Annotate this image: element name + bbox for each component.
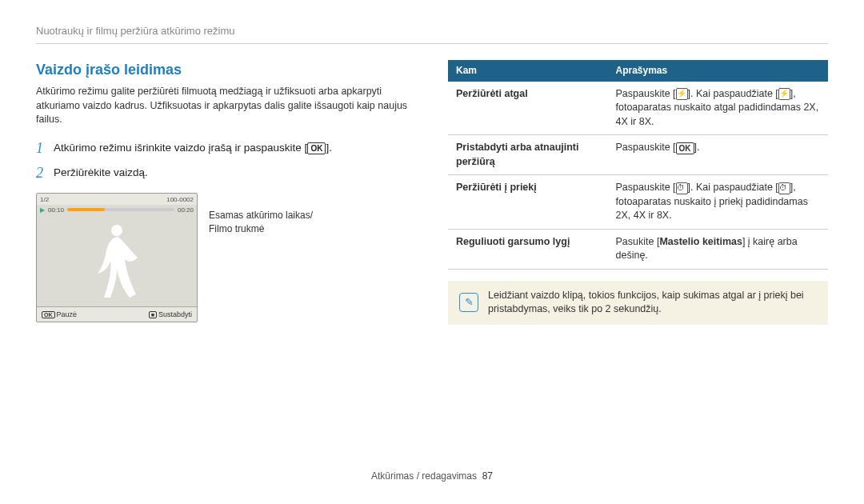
step-number: 2 — [36, 163, 54, 183]
caption-line: Esamas atkūrimo laikas/ — [209, 210, 313, 221]
step-text: ]. — [326, 142, 332, 154]
timer-icon — [676, 182, 688, 194]
time-current: 00:10 — [48, 206, 64, 214]
page-footer: Atkūrimas / redagavimas 87 — [0, 470, 864, 483]
row-key: Pristabdyti arba atnaujinti peržiūrą — [448, 135, 608, 175]
step-text: Atkūrimo režimu išrinkite vaizdo įrašą i… — [54, 142, 307, 154]
stop-label: Sustabdyti — [158, 310, 192, 318]
step-1: 1 Atkūrimo režimu išrinkite vaizdo įrašą… — [36, 138, 416, 158]
flash-icon — [676, 88, 688, 100]
intro-text: Atkūrimo režimu galite peržiūrėti filmuo… — [36, 85, 416, 127]
row-value: Paspauskite []. Kai paspaudžiate [], fot… — [608, 82, 829, 135]
table-header: Kam — [448, 60, 608, 82]
row-value: Paspauskite [OK]. — [608, 135, 829, 175]
counter: 1/2 — [40, 195, 49, 204]
step-number: 1 — [36, 138, 54, 158]
step-text: Peržiūrėkite vaizdą. — [54, 166, 148, 178]
silhouette-icon — [93, 221, 141, 301]
table-row: Peržiūrėti į priekį Paspauskite []. Kai … — [448, 175, 828, 230]
ok-icon: OK — [676, 142, 694, 154]
caption-line: Filmo trukmė — [209, 223, 264, 234]
functions-table: Kam Aprašymas Peržiūrėti atgal Paspauski… — [448, 60, 828, 270]
file-info: 100-0002 — [166, 195, 194, 204]
pause-label: Pauzė — [57, 310, 78, 318]
screenshot-caption: Esamas atkūrimo laikas/ Filmo trukmė — [209, 193, 313, 236]
row-value: Pasukite [Mastelio keitimas] į kairę arb… — [608, 229, 829, 269]
row-value: Paspauskite []. Kai paspaudžiate [], fot… — [608, 175, 829, 230]
section-heading: Vaizdo įrašo leidimas — [36, 60, 416, 80]
ok-icon: OK — [307, 142, 326, 154]
note-text: Leidžiant vaizdo klipą, tokios funkcijos… — [488, 289, 817, 317]
note-box: ✎ Leidžiant vaizdo klipą, tokios funkcij… — [448, 281, 828, 325]
breadcrumb: Nuotraukų ir filmų peržiūra atkūrimo rež… — [36, 24, 828, 44]
stop-icon: ■ — [149, 311, 157, 318]
table-row: Peržiūrėti atgal Paspauskite []. Kai pas… — [448, 82, 828, 135]
ok-icon: OK — [42, 311, 55, 318]
note-icon: ✎ — [459, 293, 478, 312]
progress-bar — [67, 208, 174, 211]
flash-icon — [778, 88, 790, 100]
video-player-screenshot: 1/2 100-0002 ▶ 00:10 00:20 — [36, 193, 198, 322]
row-key: Peržiūrėti atgal — [448, 82, 608, 135]
timer-icon — [778, 182, 790, 194]
time-total: 00:20 — [178, 206, 194, 214]
table-row: Reguliuoti garsumo lygį Pasukite [Mastel… — [448, 229, 828, 269]
table-row: Pristabdyti arba atnaujinti peržiūrą Pas… — [448, 135, 828, 175]
row-key: Reguliuoti garsumo lygį — [448, 229, 608, 269]
step-2: 2 Peržiūrėkite vaizdą. — [36, 163, 416, 183]
table-header: Aprašymas — [608, 60, 829, 82]
row-key: Peržiūrėti į priekį — [448, 175, 608, 230]
